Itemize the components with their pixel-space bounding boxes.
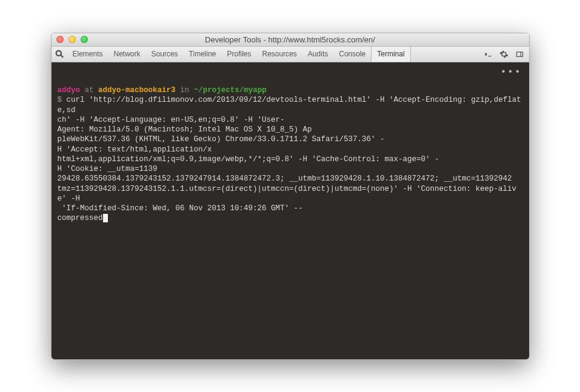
tab-timeline[interactable]: Timeline <box>184 46 222 62</box>
prompt-host: addyo-macbookair3 <box>98 86 176 95</box>
tab-console[interactable]: Console <box>333 46 371 62</box>
more-icon[interactable]: ••• <box>501 66 522 79</box>
dock-icon[interactable] <box>513 47 527 61</box>
tab-profiles[interactable]: Profiles <box>221 46 256 62</box>
search-icon[interactable] <box>52 50 67 58</box>
terminal-pane[interactable]: ••• addyo at addyo-macbookair3 in ~/proj… <box>52 62 529 359</box>
tab-label: Audits <box>308 50 328 58</box>
toolbar-right <box>482 47 529 61</box>
tab-label: Resources <box>262 50 297 58</box>
toggle-drawer-icon[interactable] <box>482 47 495 61</box>
titlebar: Developer Tools - http://www.html5rocks.… <box>52 33 529 47</box>
tab-label: Elements <box>73 50 103 58</box>
traffic-lights <box>52 36 88 43</box>
tab-terminal[interactable]: Terminal <box>371 46 410 62</box>
prompt-path: ~/projects/myapp <box>194 86 267 95</box>
tab-sources[interactable]: Sources <box>146 46 184 62</box>
tab-network[interactable]: Network <box>108 46 146 62</box>
tab-elements[interactable]: Elements <box>67 46 108 62</box>
cursor <box>103 214 108 222</box>
tab-label: Console <box>339 50 365 58</box>
tab-label: Terminal <box>377 50 404 58</box>
tab-resources[interactable]: Resources <box>257 46 302 62</box>
tabs: Elements Network Sources Timeline Profil… <box>67 46 482 62</box>
tab-label: Network <box>114 50 141 58</box>
zoom-button[interactable] <box>81 36 88 43</box>
prompt-in: in <box>180 86 189 95</box>
minimize-button[interactable] <box>68 36 76 43</box>
tab-label: Timeline <box>189 50 216 58</box>
command-text: curl 'http://blog.dfilimonov.com/2013/09… <box>58 96 521 222</box>
devtools-tabbar: Elements Network Sources Timeline Profil… <box>52 47 529 62</box>
prompt-symbol: $ <box>58 96 62 104</box>
prompt-user: addyo <box>58 86 81 95</box>
window-title: Developer Tools - http://www.html5rocks.… <box>52 35 529 44</box>
close-button[interactable] <box>56 36 64 43</box>
tab-label: Profiles <box>227 50 251 58</box>
devtools-window: Developer Tools - http://www.html5rocks.… <box>51 33 530 360</box>
gear-icon[interactable] <box>498 47 511 61</box>
tab-audits[interactable]: Audits <box>302 46 333 62</box>
prompt-at: at <box>85 86 94 95</box>
tab-label: Sources <box>152 50 178 58</box>
